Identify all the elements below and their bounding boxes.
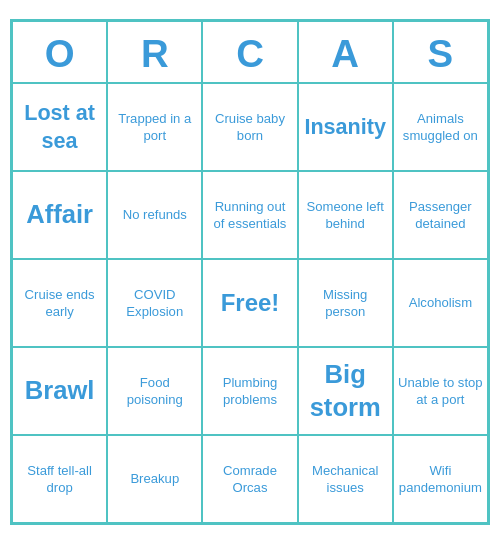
cell-r3-c1[interactable]: Food poisoning	[107, 347, 202, 435]
cell-label: Cruise ends early	[17, 286, 102, 320]
cell-label: Breakup	[130, 470, 179, 487]
cell-r0-c2[interactable]: Cruise baby born	[202, 83, 297, 171]
cell-r0-c4[interactable]: Animals smuggled on	[393, 83, 488, 171]
header-letter: C	[202, 21, 297, 83]
cell-r2-c2[interactable]: Free!	[202, 259, 297, 347]
cell-r3-c2[interactable]: Plumbing problems	[202, 347, 297, 435]
cell-r4-c1[interactable]: Breakup	[107, 435, 202, 523]
cell-label: Mechanical issues	[303, 462, 388, 496]
cell-label: Missing person	[303, 286, 388, 320]
cell-label: Comrade Orcas	[207, 462, 292, 496]
cell-r2-c1[interactable]: COVID Explosion	[107, 259, 202, 347]
cell-label: Unable to stop at a port	[398, 374, 483, 408]
cell-r3-c3[interactable]: Big storm	[298, 347, 393, 435]
cell-r0-c1[interactable]: Trapped in a port	[107, 83, 202, 171]
cell-label: Running out of essentials	[207, 198, 292, 232]
cell-r2-c4[interactable]: Alcoholism	[393, 259, 488, 347]
cell-label: Big storm	[303, 358, 388, 425]
cell-r0-c3[interactable]: Insanity	[298, 83, 393, 171]
cell-label: Trapped in a port	[112, 110, 197, 144]
cell-r1-c3[interactable]: Someone left behind	[298, 171, 393, 259]
cell-label: Alcoholism	[409, 294, 472, 311]
cell-label: Affair	[26, 198, 93, 231]
cell-label: No refunds	[123, 206, 187, 223]
cell-r1-c4[interactable]: Passenger detained	[393, 171, 488, 259]
cell-r1-c2[interactable]: Running out of essentials	[202, 171, 297, 259]
cell-label: Insanity	[304, 113, 386, 141]
cell-label: Plumbing problems	[207, 374, 292, 408]
cell-r1-c0[interactable]: Affair	[12, 171, 107, 259]
header-letter: R	[107, 21, 202, 83]
cell-label: Free!	[221, 287, 280, 318]
cell-r1-c1[interactable]: No refunds	[107, 171, 202, 259]
cell-r4-c2[interactable]: Comrade Orcas	[202, 435, 297, 523]
cell-label: Brawl	[25, 374, 95, 407]
bingo-grid: Lost at seaTrapped in a portCruise baby …	[12, 83, 488, 523]
bingo-header: ORCAS	[12, 21, 488, 83]
cell-r2-c3[interactable]: Missing person	[298, 259, 393, 347]
cell-r4-c3[interactable]: Mechanical issues	[298, 435, 393, 523]
cell-label: COVID Explosion	[112, 286, 197, 320]
cell-label: Wifi pandemonium	[398, 462, 483, 496]
cell-label: Passenger detained	[398, 198, 483, 232]
cell-label: Cruise baby born	[207, 110, 292, 144]
bingo-card: ORCAS Lost at seaTrapped in a portCruise…	[10, 19, 490, 525]
cell-r4-c0[interactable]: Staff tell-all drop	[12, 435, 107, 523]
cell-r0-c0[interactable]: Lost at sea	[12, 83, 107, 171]
cell-r4-c4[interactable]: Wifi pandemonium	[393, 435, 488, 523]
cell-label: Animals smuggled on	[398, 110, 483, 144]
cell-label: Food poisoning	[112, 374, 197, 408]
cell-r2-c0[interactable]: Cruise ends early	[12, 259, 107, 347]
header-letter: A	[298, 21, 393, 83]
cell-r3-c4[interactable]: Unable to stop at a port	[393, 347, 488, 435]
cell-r3-c0[interactable]: Brawl	[12, 347, 107, 435]
cell-label: Staff tell-all drop	[17, 462, 102, 496]
cell-label: Someone left behind	[303, 198, 388, 232]
cell-label: Lost at sea	[17, 99, 102, 155]
header-letter: O	[12, 21, 107, 83]
header-letter: S	[393, 21, 488, 83]
